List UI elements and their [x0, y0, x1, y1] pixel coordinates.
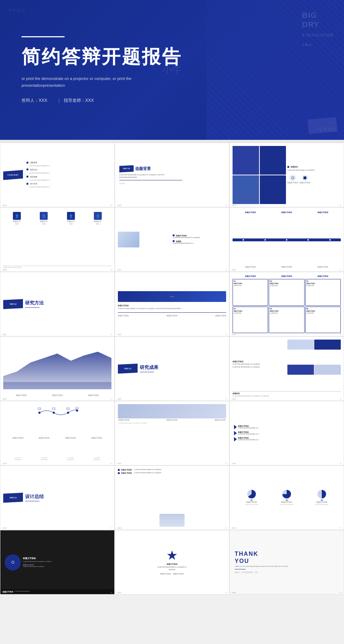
thumb-desk-photos[interactable]: 标题文字添加 标题文字添加 标题文字添加 or print the demons… [115, 401, 229, 465]
section-label-10: 内容页 [3, 398, 7, 400]
section-label-12: 内容页 [232, 398, 236, 400]
cover-meta: 答辩人：XXX | 指导老师：XXX [22, 98, 322, 104]
slide-num-8: 09 [225, 333, 227, 335]
slide-num-12: 13 [340, 398, 341, 400]
thumb-six-grid[interactable]: 标题文字添加标题文字添加标题文字添加 01 标题文字添加 or print th… [229, 272, 344, 336]
section-label-17: 内容页 [117, 527, 121, 529]
section-label-6: 内容页 [232, 269, 236, 271]
thumb-arrows[interactable]: 标题文字添加 or print the demonstrate on a 标题文… [229, 401, 344, 465]
thumb-method-title[interactable]: PART. 02 研究方法 过渡页 08 [0, 272, 115, 336]
thumb-photo-feature[interactable]: 标题文字添加 or print the demonstrate on a pro… [229, 336, 344, 401]
content-item-4: 设计总结 [27, 183, 111, 185]
slide-num-13: 14 [111, 463, 112, 464]
svg-point-3 [53, 412, 55, 414]
section-label-20: 内容页 [117, 592, 121, 593]
cover-author: 答辩人：XXX [22, 98, 47, 103]
slide-num-5: 06 [225, 269, 227, 271]
thumb-timeline-wave[interactable]: 标题文字添加 标题文字添加 标题文字添加 标题文字添加 or print the… [0, 401, 115, 465]
slide-num-6: 07 [340, 269, 341, 271]
svg-rect-9 [76, 407, 78, 409]
svg-rect-8 [67, 408, 70, 410]
section-label-3: 内容页 [232, 204, 236, 206]
slide-num-4: 05 [111, 269, 112, 271]
thumb-timeline-h[interactable]: 标题文字添加标题文字添加标题文字添加 标题文字添加 标题文字添加 标题文字添加 … [229, 207, 344, 272]
thumb-topic-title[interactable]: PART. 03 选题背景 or print the demonstrate o… [115, 143, 229, 207]
section-label-5: 内容页 [117, 269, 121, 271]
thumb-results-title[interactable]: PART. 03 研究成果 过渡页 12 [115, 336, 229, 401]
content-item-1: 选题背景 [27, 161, 111, 164]
thumb-thank-you[interactable]: THANKYOU THANK YOU FOR YOUR DEMONSTRATIO… [229, 530, 344, 595]
cover-title: 简约答辩开题报告 [22, 44, 322, 70]
slide-num-17: 18 [225, 527, 227, 529]
section-label-8: 内容页 [117, 333, 121, 335]
thumb-contents[interactable]: CONTENT 选题背景 or print the demonstrate on… [0, 143, 115, 207]
section-label-7: 过渡页 [3, 333, 7, 335]
section-label-18: 内容页 [232, 527, 236, 529]
thumb-design-title[interactable]: PART. 04 设计总结 过渡页 17 [0, 465, 115, 530]
watermark-1: 小牛办公 [7, 7, 26, 14]
section-label-21: 结束页 [232, 592, 236, 593]
slide-num-14: 15 [225, 463, 227, 464]
slide-num-3: 04 [340, 204, 341, 206]
thumb-laptop-present[interactable]: 标题文字添加 or print the demonstrate on a pro… [115, 465, 229, 530]
slide-num-18: 19 [340, 527, 341, 529]
thumb-chart[interactable]: 标题文字添加 标题文字添加 标题文字添加 内容页 11 [0, 336, 115, 401]
slide-num-21: 22 [340, 592, 341, 593]
slide-num-20: 21 [225, 592, 227, 593]
slide-num-7: 08 [111, 333, 112, 335]
section-label-9: 内容页 [232, 333, 236, 335]
slide-num-10: 11 [111, 398, 112, 400]
svg-point-5 [76, 409, 78, 412]
cover-decorative-line [22, 36, 64, 37]
separator-1 [0, 140, 344, 143]
thumb-pie-charts[interactable]: 01 标题文字添加 or print the demonstrate 02 标题… [229, 465, 344, 530]
thumb-star[interactable]: ★ 标题文字添加 or print the demonstrate on a p… [115, 530, 229, 595]
section-label-1: 目录页 [3, 204, 7, 206]
section-label-15: 内容页 [232, 463, 236, 464]
svg-rect-7 [52, 408, 55, 410]
cover-slide: BIGDRYA REVOLUTION大教化 简约答辩开题报告 or print … [0, 0, 344, 140]
section-label-14: 内容页 [117, 463, 121, 464]
cover-guide: 指导老师：XXX [64, 98, 94, 103]
thumb-people[interactable]: 👤 标题文字 添加 👤 标题文字 添加 👤 标题文字 添加 👤 标题文字 [0, 207, 115, 272]
cover-content: 简约答辩开题报告 or print the demonstrate on a p… [22, 36, 322, 103]
svg-point-2 [38, 412, 40, 414]
content-item-3: 研究成果 [27, 176, 111, 178]
slide-num-11: 12 [225, 398, 227, 400]
slide-num-1: 02 [111, 204, 112, 206]
slides-grid: CONTENT 选题背景 or print the demonstrate on… [0, 143, 344, 595]
thumb-blue-bar[interactable]: image 标题文字添加 or print the demonstrate on… [115, 272, 229, 336]
thumb-topic-images[interactable]: 标题添加 or print the demonstrate on a proje… [229, 143, 344, 207]
slide-num-2: 03 [225, 204, 227, 206]
svg-rect-1 [3, 382, 111, 389]
section-label-2: 过渡页 [117, 204, 121, 206]
section-label-16: 过渡页 [3, 527, 7, 529]
section-label-11: 过渡页 [117, 398, 121, 400]
cover-subtitle: or print the demonstrate on a projector … [22, 75, 172, 89]
slide-num-19: 20 [111, 592, 112, 593]
slide-num-9: 10 [340, 333, 341, 335]
content-item-2: 研究方法 [27, 169, 111, 171]
section-label-19: 内容页 [3, 592, 7, 593]
slide-num-16: 17 [111, 527, 112, 529]
section-label-4: 内容页 [3, 269, 7, 271]
thumb-dark-circle[interactable]: 标题文字添加 or print the demonstrate on a pro… [0, 530, 115, 595]
slide-num-15: 16 [340, 463, 341, 464]
svg-point-4 [67, 412, 69, 414]
svg-rect-6 [38, 408, 41, 410]
thumb-laptop[interactable]: 标题文字添加 or print the demonstrate on a pro… [115, 207, 229, 272]
section-label-13: 内容页 [3, 463, 7, 464]
